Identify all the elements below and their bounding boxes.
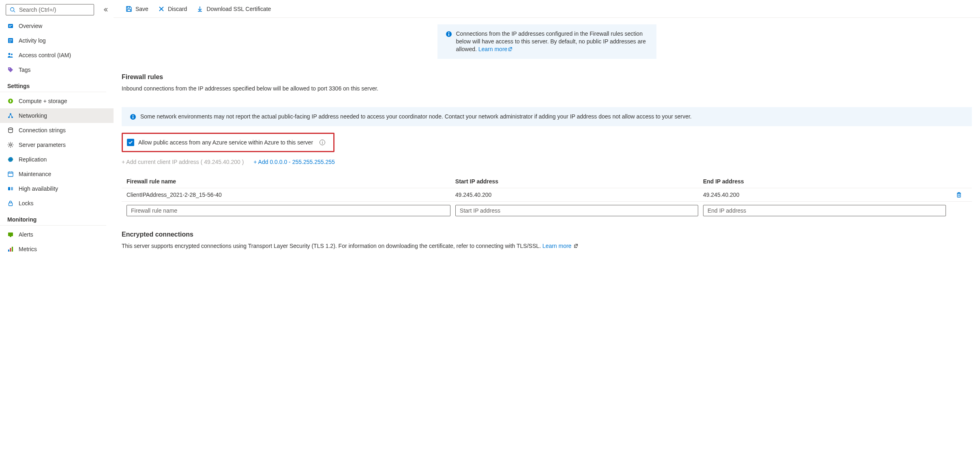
- sidebar-item-server-parameters[interactable]: Server parameters: [0, 138, 114, 152]
- svg-rect-22: [8, 172, 13, 177]
- networking-icon: [7, 112, 14, 119]
- sidebar-item-metrics[interactable]: Metrics: [0, 242, 114, 256]
- sidebar-item-label: Connection strings: [19, 127, 66, 133]
- download-ssl-button[interactable]: Download SSL Certificate: [193, 3, 275, 15]
- server-parameters-icon: [7, 142, 14, 148]
- new-rule-end-ip-input[interactable]: [703, 205, 946, 216]
- svg-line-16: [9, 114, 11, 117]
- svg-rect-46: [133, 116, 133, 119]
- encrypted-connections-title: Encrypted connections: [122, 231, 972, 238]
- svg-line-1: [14, 11, 15, 13]
- collapse-sidebar-button[interactable]: [103, 7, 108, 12]
- svg-rect-30: [10, 236, 11, 237]
- sidebar-item-activity-log[interactable]: Activity log: [0, 33, 114, 48]
- add-all-ip-link[interactable]: + Add 0.0.0.0 - 255.255.255.255: [253, 159, 335, 165]
- delete-rule-button[interactable]: [951, 192, 967, 198]
- svg-point-18: [9, 128, 13, 129]
- firewall-rules-table: Firewall rule name Start IP address End …: [122, 175, 972, 220]
- locks-icon: [7, 200, 14, 207]
- svg-rect-34: [127, 6, 130, 8]
- new-rule-start-ip-input[interactable]: [455, 205, 698, 216]
- svg-point-19: [10, 144, 12, 146]
- svg-rect-26: [8, 187, 10, 190]
- discard-button[interactable]: Discard: [154, 3, 191, 15]
- sidebar-item-label: Tags: [19, 67, 31, 73]
- svg-rect-29: [8, 232, 13, 236]
- sidebar-item-access-control[interactable]: Access control (IAM): [0, 48, 114, 62]
- info-icon: [446, 31, 452, 37]
- tags-icon: [7, 67, 14, 73]
- allow-azure-checkbox[interactable]: [127, 139, 134, 146]
- rule-end-ip-cell: 49.245.40.200: [703, 192, 946, 198]
- learn-more-link[interactable]: Learn more: [478, 46, 513, 52]
- replication-icon: [7, 156, 14, 163]
- svg-point-10: [11, 54, 13, 55]
- sidebar-search[interactable]: [6, 4, 94, 15]
- sidebar-item-label: Networking: [19, 112, 47, 119]
- svg-point-11: [9, 68, 10, 69]
- svg-rect-28: [9, 203, 13, 206]
- info-banner-firewall-access: Connections from the IP addresses config…: [437, 24, 656, 59]
- sidebar-section-monitoring: Monitoring: [0, 211, 106, 226]
- activity-log-icon: [7, 37, 14, 44]
- svg-rect-6: [9, 39, 12, 40]
- svg-point-41: [448, 32, 449, 33]
- sidebar-item-maintenance[interactable]: Maintenance: [0, 167, 114, 181]
- svg-rect-4: [9, 26, 11, 27]
- save-button[interactable]: Save: [122, 3, 152, 15]
- sidebar-item-networking[interactable]: Networking: [0, 108, 114, 123]
- allow-azure-label: Allow public access from any Azure servi…: [138, 139, 313, 146]
- svg-rect-42: [448, 34, 449, 36]
- connection-strings-icon: [7, 127, 14, 133]
- svg-rect-33: [12, 247, 13, 252]
- sidebar: Overview Activity log Access control (IA…: [0, 0, 114, 465]
- sidebar-item-replication[interactable]: Replication: [0, 152, 114, 167]
- sidebar-item-label: Replication: [19, 156, 47, 163]
- toolbar: Save Discard Download SSL Certificate: [114, 0, 980, 18]
- svg-line-43: [510, 47, 512, 50]
- alerts-icon: [7, 231, 14, 238]
- high-availability-icon: [7, 185, 14, 192]
- new-rule-name-input[interactable]: [127, 205, 450, 216]
- metrics-icon: [7, 246, 14, 252]
- search-icon: [9, 6, 16, 13]
- rule-start-ip-cell: 49.245.40.200: [455, 192, 698, 198]
- add-client-ip-link[interactable]: + Add current client IP address ( 49.245…: [122, 159, 244, 165]
- svg-rect-31: [8, 250, 9, 252]
- access-control-icon: [7, 52, 14, 58]
- search-input[interactable]: [19, 6, 90, 13]
- table-header-end-ip: End IP address: [703, 178, 946, 185]
- table-row: ClientIPAddress_2021-2-28_15-56-40 49.24…: [122, 188, 972, 202]
- sidebar-item-tags[interactable]: Tags: [0, 62, 114, 77]
- sidebar-item-label: Compute + storage: [19, 98, 67, 104]
- sidebar-section-settings: Settings: [0, 77, 106, 92]
- save-icon: [126, 6, 132, 12]
- sidebar-item-high-availability[interactable]: High availability: [0, 181, 114, 196]
- sidebar-item-alerts[interactable]: Alerts: [0, 227, 114, 242]
- svg-line-17: [11, 114, 12, 117]
- rule-name-cell: ClientIPAddress_2021-2-28_15-56-40: [127, 192, 450, 198]
- table-header-start-ip: Start IP address: [455, 178, 698, 185]
- info-banner-network-env: Some network environments may not report…: [122, 107, 972, 126]
- sidebar-item-locks[interactable]: Locks: [0, 196, 114, 211]
- sidebar-item-overview[interactable]: Overview: [0, 19, 114, 33]
- sidebar-item-label: Overview: [19, 23, 42, 29]
- learn-more-tls-link[interactable]: Learn more: [543, 243, 572, 249]
- encrypted-connections-desc: This server supports encrypted connectio…: [122, 242, 972, 250]
- svg-rect-27: [11, 187, 13, 190]
- external-link-icon: [574, 242, 578, 247]
- svg-rect-7: [9, 41, 12, 41]
- sidebar-item-compute-storage[interactable]: Compute + storage: [0, 94, 114, 108]
- sidebar-item-label: Alerts: [19, 231, 33, 238]
- svg-rect-2: [8, 24, 13, 28]
- svg-rect-32: [10, 248, 11, 252]
- sidebar-item-label: Server parameters: [19, 142, 66, 148]
- info-tooltip-icon[interactable]: i: [320, 140, 325, 145]
- table-header-name: Firewall rule name: [127, 178, 450, 185]
- external-link-icon: [508, 45, 513, 50]
- download-icon: [197, 6, 203, 12]
- sidebar-item-connection-strings[interactable]: Connection strings: [0, 123, 114, 138]
- svg-line-51: [575, 244, 578, 247]
- sidebar-item-label: Metrics: [19, 246, 37, 252]
- svg-rect-3: [9, 25, 12, 26]
